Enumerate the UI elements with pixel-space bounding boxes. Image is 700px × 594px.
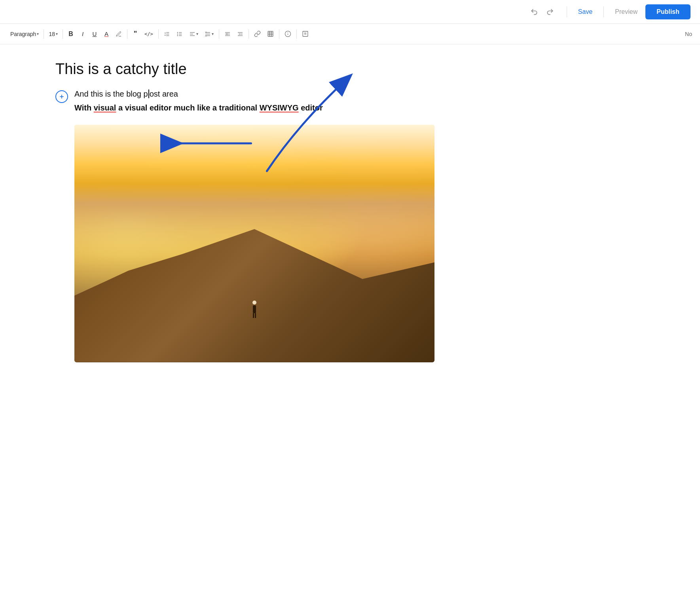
bullet-list-button[interactable]: [174, 29, 186, 39]
fmt-separator-8: [296, 29, 297, 39]
indent-increase-button[interactable]: [234, 29, 246, 39]
separator-2: [603, 6, 604, 17]
undo-redo-group: [527, 6, 557, 18]
underline-button[interactable]: U: [89, 29, 100, 39]
fmt-separator-5: [219, 29, 219, 39]
format-toolbar: Paragraph ▾ 18 ▾ B I U A " </>: [0, 24, 700, 44]
table-button[interactable]: [264, 29, 277, 39]
chevron-down-icon-2: ▾: [56, 32, 58, 36]
blog-image-container: [74, 125, 434, 362]
fmt-separator-3: [127, 29, 127, 39]
hiker-figure: [251, 301, 258, 315]
fmt-separator-4: [158, 29, 159, 39]
chevron-down-icon: ▾: [37, 32, 39, 36]
bold-button[interactable]: B: [65, 29, 76, 40]
fmt-separator-1: [44, 29, 44, 39]
svg-rect-29: [303, 31, 308, 36]
save-button[interactable]: Save: [573, 6, 597, 18]
font-size-dropdown[interactable]: 18 ▾: [46, 29, 60, 39]
svg-point-7: [177, 34, 178, 34]
blockquote-button[interactable]: ": [130, 28, 141, 40]
blog-text-line2: With visual a visual editor much like a …: [74, 102, 645, 114]
notes-button[interactable]: [299, 29, 311, 39]
italic-button[interactable]: I: [77, 29, 88, 39]
highlight-button[interactable]: [113, 29, 125, 39]
notes-label: No: [685, 31, 692, 37]
top-toolbar: Save Preview Publish: [0, 0, 700, 24]
ordered-list-button[interactable]: [161, 29, 173, 39]
paragraph-style-dropdown[interactable]: Paragraph ▾: [8, 29, 41, 39]
svg-point-6: [177, 32, 178, 32]
chevron-lineheight-icon: ▾: [212, 32, 214, 36]
text-color-button[interactable]: A: [101, 29, 112, 39]
desert-image: [74, 125, 434, 362]
fmt-separator-6: [249, 29, 249, 39]
redo-button[interactable]: [543, 6, 557, 18]
text-cursor: [148, 89, 149, 98]
wysiwyg-word: WYSIWYG: [260, 103, 299, 112]
code-button[interactable]: </>: [142, 29, 156, 39]
undo-button[interactable]: [527, 6, 541, 18]
visual-word: visual: [94, 103, 116, 112]
hiker-head: [252, 301, 256, 305]
blog-content-row: And this is the blog post area With visu…: [55, 89, 645, 114]
add-block-button[interactable]: [55, 90, 68, 103]
editor-area: This is a catchy title And this is the b…: [0, 44, 700, 591]
link-button[interactable]: [251, 29, 264, 39]
svg-point-8: [177, 35, 178, 36]
preview-button[interactable]: Preview: [610, 6, 642, 18]
indent-decrease-button[interactable]: [222, 29, 233, 39]
blog-text-block: And this is the blog post area With visu…: [74, 89, 645, 114]
svg-rect-21: [268, 31, 273, 36]
text-align-dropdown[interactable]: ▾: [186, 29, 201, 39]
line-height-dropdown[interactable]: ▾: [202, 29, 216, 39]
article-title: This is a catchy title: [55, 60, 645, 78]
blog-text-line1: And this is the blog post area: [74, 89, 645, 99]
hiker-legs: [251, 313, 258, 318]
chevron-align-icon: ▾: [196, 32, 198, 36]
hiker-body: [253, 305, 256, 313]
fmt-separator-2: [63, 29, 63, 39]
separator-1: [567, 6, 567, 17]
info-button[interactable]: [282, 29, 294, 39]
fmt-separator-7: [279, 29, 279, 39]
publish-button[interactable]: Publish: [645, 4, 691, 19]
